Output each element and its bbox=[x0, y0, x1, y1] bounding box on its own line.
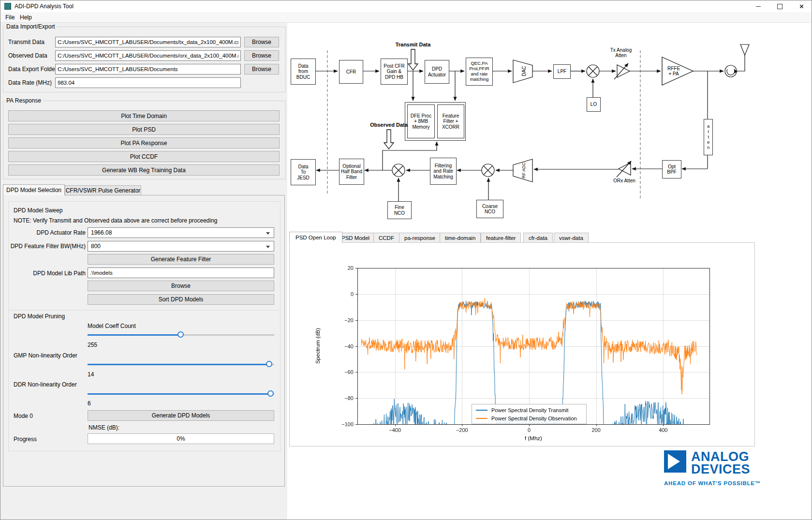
app-window: { "window": { "title": "ADI-DPD Analysis… bbox=[0, 0, 812, 520]
block-fine-nco: Fine NCO bbox=[387, 201, 412, 219]
dpd-actuator-rate-label: DPD Actuator Rate bbox=[14, 229, 86, 236]
close-button[interactable]: ✕ bbox=[791, 0, 812, 12]
dpd-model-lib-path-input[interactable] bbox=[88, 267, 274, 278]
block-lo: LO bbox=[587, 97, 601, 112]
transmit-data-input[interactable] bbox=[55, 37, 241, 47]
brand-line2: DEVICES bbox=[691, 463, 750, 476]
x-tick-label: −400 bbox=[389, 427, 401, 433]
block-post-cfr: Post CFR Gain & DPD HB bbox=[381, 59, 408, 85]
svg-text:RF ADC: RF ADC bbox=[521, 162, 526, 178]
legend-entry: Power Spectral Density Observation bbox=[476, 416, 582, 421]
slider-handle[interactable] bbox=[177, 331, 184, 338]
section-divider bbox=[9, 310, 279, 311]
slider-fill bbox=[88, 393, 270, 395]
browse-observed-button[interactable]: Browse bbox=[244, 50, 279, 61]
y-tick-label: −40 bbox=[344, 343, 354, 349]
data-export-folder-input[interactable] bbox=[55, 64, 241, 74]
browse-transmit-button[interactable]: Browse bbox=[244, 37, 279, 47]
generate-dpd-models-button[interactable]: Generate DPD Models bbox=[88, 410, 274, 421]
progress-label: Progress bbox=[14, 436, 37, 443]
y-tick-label: −60 bbox=[344, 369, 354, 375]
tab-vswr-data[interactable]: vswr-data bbox=[554, 233, 589, 243]
gmp-order-label: GMP Non-linearity Order bbox=[14, 352, 77, 359]
chart-legend: Power Spectral Density Transmit Power Sp… bbox=[472, 404, 587, 424]
mixer-icon bbox=[392, 164, 405, 177]
orx-atten-icon bbox=[617, 161, 631, 177]
progress-bar: 0% bbox=[88, 433, 274, 444]
maximize-button[interactable] bbox=[769, 0, 791, 12]
generate-feature-filter-button[interactable]: Generate Feature Filter bbox=[88, 254, 274, 265]
data-rate-input[interactable] bbox=[55, 77, 241, 88]
dpd-actuator-rate-combobox[interactable]: 1966.08 bbox=[88, 227, 274, 238]
model-coeff-count-value: 255 bbox=[88, 342, 97, 348]
orx-atten-label: ORx Atten bbox=[607, 178, 641, 183]
tx-analog-atten-icon bbox=[614, 63, 630, 79]
block-feature-filter: Feature Filter + XCORR bbox=[437, 104, 464, 138]
minimize-icon bbox=[756, 6, 761, 7]
block-half-band-filter: Optional Half Band Filter bbox=[339, 159, 364, 185]
browse-models-button[interactable]: Browse bbox=[88, 281, 274, 291]
plot-pa-response-button[interactable]: Plot PA Response bbox=[8, 137, 280, 149]
gmp-order-value: 14 bbox=[88, 371, 94, 378]
tab-time-domain[interactable]: time-domain bbox=[440, 233, 481, 243]
browse-export-folder-button[interactable]: Browse bbox=[244, 64, 279, 74]
tab-psd-open-loop[interactable]: PSD Open Loop bbox=[289, 232, 342, 243]
tab-cfr-vswr-pulse-generator[interactable]: CFR/VSWR Pulse Generator bbox=[65, 185, 141, 195]
maximize-icon bbox=[777, 4, 782, 9]
gmp-order-slider[interactable] bbox=[88, 361, 274, 368]
y-tick-label: 0 bbox=[351, 291, 354, 297]
block-qec: QEC,PA Prot,PFIR and rate matching bbox=[466, 58, 493, 86]
window-title: ADI-DPD Analysis Tool bbox=[15, 3, 74, 10]
rffe-pa-label: RFFE + PA bbox=[664, 64, 683, 78]
data-export-folder-label: Data Export Folder bbox=[8, 66, 57, 73]
ddr-order-label: DDR Non-linearity Order bbox=[14, 381, 77, 388]
observed-data-label: Observed Data bbox=[8, 52, 47, 59]
ddr-order-value: 6 bbox=[88, 400, 91, 407]
slider-fill bbox=[88, 364, 269, 365]
adi-branding: ANALOG DEVICES AHEAD OF WHAT'S POSSIBLE™ bbox=[664, 449, 809, 488]
x-tick-label: 400 bbox=[659, 427, 667, 433]
model-coeff-count-label: Model Coeff Count bbox=[88, 323, 136, 329]
tab-feature-filter[interactable]: feature-filter bbox=[481, 233, 521, 243]
chevron-down-icon bbox=[266, 246, 270, 248]
brand-tagline: AHEAD OF WHAT'S POSSIBLE™ bbox=[664, 480, 761, 486]
y-tick-label: −20 bbox=[344, 317, 354, 323]
title-bar: ADI-DPD Analysis Tool ✕ bbox=[0, 0, 812, 12]
observed-data-arrow-icon bbox=[384, 130, 394, 149]
slider-handle[interactable] bbox=[267, 390, 274, 397]
group-title: Data Import/Export bbox=[4, 23, 57, 30]
app-icon bbox=[4, 3, 11, 10]
plot-ccdf-button[interactable]: Plot CCDF bbox=[8, 151, 280, 162]
menu-item-help[interactable]: Help bbox=[16, 12, 36, 22]
transmit-data-label: Transmit Data bbox=[8, 39, 44, 45]
block-data-to-jesd: Data To JESD bbox=[291, 159, 316, 185]
tx-analog-atten-label: Tx Analog Atten bbox=[605, 47, 637, 58]
observed-data-input[interactable] bbox=[55, 50, 241, 61]
dac-block: DAC bbox=[513, 60, 532, 83]
x-axis-label: f (Mhz) bbox=[525, 435, 542, 441]
tab-dpd-model-selection[interactable]: DPD Model Selection bbox=[3, 184, 65, 195]
slider-handle[interactable] bbox=[266, 361, 272, 367]
legend-label-observation: Power Spectral Density Observation bbox=[491, 416, 577, 421]
plot-psd-button[interactable]: Plot PSD bbox=[8, 124, 280, 135]
model-coeff-slider[interactable] bbox=[88, 331, 274, 338]
minimize-button[interactable] bbox=[747, 0, 769, 12]
menu-bar: File Help bbox=[0, 12, 812, 23]
adi-logo-icon bbox=[664, 450, 686, 473]
dpd-feature-filter-bw-combobox[interactable]: 800 bbox=[88, 241, 274, 252]
block-data-from-bduc: Data from BDUC bbox=[291, 59, 316, 85]
transmit-data-annotation: Transmit Data bbox=[390, 42, 436, 47]
tab-pa-response[interactable]: pa-response bbox=[399, 233, 441, 243]
rf-adc-block: RF ADC bbox=[513, 159, 532, 182]
block-coarse-nco: Coarse NCO bbox=[476, 200, 503, 218]
plot-time-domain-button[interactable]: Plot Time Domain bbox=[8, 110, 280, 121]
sort-dpd-models-button[interactable]: Sort DPD Models bbox=[88, 294, 274, 305]
data-rate-label: Data Rate (MHz) bbox=[8, 79, 52, 86]
generate-wb-reg-training-data-button[interactable]: Generate WB Reg Training Data bbox=[8, 164, 280, 176]
block-dfe-proc: DFE Proc + 8MB Memory bbox=[407, 104, 435, 138]
ddr-order-slider[interactable] bbox=[88, 390, 274, 397]
progress-value: 0% bbox=[177, 435, 185, 442]
tab-ccdf[interactable]: CCDF bbox=[373, 233, 399, 243]
tab-cfr-data[interactable]: cfr-data bbox=[523, 233, 553, 243]
block-cfr: CFR bbox=[339, 60, 363, 84]
